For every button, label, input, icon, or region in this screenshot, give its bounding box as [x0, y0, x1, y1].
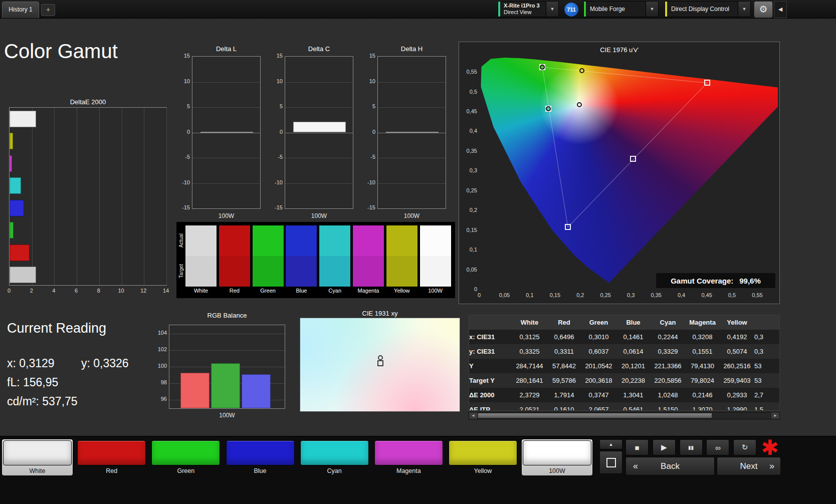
pattern-button-yellow[interactable]: Yellow	[448, 439, 518, 475]
table-cell: 1,3041	[616, 388, 651, 402]
delta-plot	[377, 56, 446, 209]
scrollbar-thumb[interactable]	[478, 413, 712, 418]
table-cell: 0,3125	[512, 330, 547, 344]
table-cell: 0,2244	[651, 330, 685, 344]
x-tick-label: 0	[5, 288, 13, 294]
scroll-left-icon[interactable]: ◄	[469, 412, 477, 419]
measurement-table-panel: WhiteRedGreenBlueCyanMagentaYellowx: CIE…	[469, 315, 780, 411]
column-header	[469, 315, 512, 330]
swatch-target-blue	[286, 256, 317, 287]
pattern-button-magenta[interactable]: Magenta	[373, 439, 444, 475]
column-header: Cyan	[651, 315, 685, 330]
deltae-bar-red	[10, 244, 30, 261]
stop-button[interactable]: ■	[625, 439, 649, 455]
table-cell: 0,5461	[616, 402, 651, 411]
x-tick-label: 10	[117, 288, 125, 294]
current-reading-title: Current Reading	[7, 321, 106, 336]
source-dropdown-icon[interactable]: ▼	[646, 2, 658, 17]
gridline	[285, 183, 353, 184]
pattern-button-red[interactable]: Red	[76, 439, 147, 475]
display-control-selector[interactable]: Direct Display Control ▼	[665, 1, 751, 17]
marker-magenta	[630, 156, 636, 162]
gridline	[169, 334, 285, 334]
table-cell: 20,2238	[616, 373, 651, 388]
swatch-target-green	[253, 256, 284, 287]
swatch-label: Red	[216, 288, 253, 294]
y-tick-label: 5	[266, 103, 283, 109]
x-tick-label: 0,55	[747, 292, 767, 298]
loop-button[interactable]: ∞	[706, 439, 729, 455]
back-button[interactable]: « Back	[625, 457, 715, 475]
display-control-name: Direct Display Control	[667, 2, 738, 17]
y-tick-label: 15	[358, 53, 375, 59]
chart-title: DeltaE 2000	[9, 98, 167, 106]
cie1931-chart: CIE 1931 xy	[300, 310, 460, 416]
marker-yellow	[579, 68, 585, 74]
cie1976-plot: 00,050,10,150,20,250,30,350,40,450,50,55…	[479, 55, 778, 290]
column-header: Blue	[616, 315, 651, 330]
column-header: Green	[581, 315, 616, 330]
collapse-panel-icon[interactable]: ◀	[774, 1, 787, 18]
x-axis-label: 100W	[377, 212, 446, 219]
topbar: History 1 + X-Rite i1Pro 3 Direct View ▼…	[0, 0, 836, 19]
pattern-button-green[interactable]: Green	[150, 439, 221, 475]
scroll-right-icon[interactable]: ►	[771, 412, 779, 419]
actual-row-label: Actual	[178, 225, 184, 256]
y-tick-label: 0,25	[459, 187, 477, 193]
pattern-label: 100W	[522, 467, 592, 474]
add-tab-button[interactable]: +	[41, 4, 55, 16]
pattern-button-cyan[interactable]: Cyan	[299, 439, 370, 475]
table-cell: 0,3311	[547, 344, 581, 359]
pause-button[interactable]: ▮▮	[680, 439, 703, 455]
reading-y: y: 0,3326	[81, 357, 129, 370]
deltae-bar-white	[10, 111, 36, 127]
control-dropdown-icon[interactable]: ▼	[738, 2, 750, 17]
measured-circle-icon	[579, 68, 584, 73]
rgb-balance-chart: RGB Balance1041021009896100W	[169, 312, 285, 422]
reading-x: x: 0,3129	[7, 357, 55, 370]
y-tick-label: 15	[266, 53, 283, 59]
y-tick-label: 0,55	[459, 69, 477, 75]
table-cell: 220,5856	[651, 373, 685, 388]
delta-plot	[192, 56, 261, 209]
pattern-button-white[interactable]: White	[2, 439, 73, 475]
back-arrow-icon: «	[633, 461, 638, 471]
meter-dropdown-icon[interactable]: ▼	[546, 2, 558, 17]
target-square-icon	[704, 80, 710, 86]
gridline	[192, 82, 260, 83]
table-scrollbar[interactable]: ◄ ►	[469, 412, 780, 419]
pattern-up-button[interactable]: ▲	[599, 439, 622, 449]
y-tick-label: -15	[266, 204, 283, 210]
pattern-bar: « Back Next » ✱ WhiteRedGreenBlueCyanMag…	[0, 436, 836, 504]
meter-selector[interactable]: X-Rite i1Pro 3 Direct View ▼	[498, 1, 559, 17]
refresh-button[interactable]: ↻	[733, 439, 756, 455]
table-cell: 53	[754, 373, 780, 388]
y-tick-label: 96	[153, 396, 167, 402]
x-axis-label: 100W	[285, 212, 353, 219]
play-button[interactable]: ▶	[653, 439, 676, 455]
gridline	[99, 108, 100, 285]
table-cell: 79,8024	[685, 373, 720, 388]
reading-fl: fL: 156,95	[7, 376, 58, 389]
pattern-button-100w[interactable]: 100W	[522, 439, 592, 475]
table-cell: 280,1641	[512, 373, 547, 388]
source-selector[interactable]: Mobile Forge ▼	[583, 1, 659, 17]
history-tab[interactable]: History 1	[2, 2, 39, 18]
y-tick-label: 0,3	[459, 167, 477, 173]
swatch-target-100w	[420, 256, 451, 287]
x-axis-label: 100W	[192, 212, 261, 219]
measurement-table: WhiteRedGreenBlueCyanMagentaYellowx: CIE…	[469, 315, 780, 411]
next-button[interactable]: Next »	[717, 457, 781, 475]
pattern-button-blue[interactable]: Blue	[225, 439, 296, 475]
x-tick-label: 8	[95, 288, 103, 294]
settings-gear-icon[interactable]: ⚙	[754, 1, 773, 18]
delta-l-chart: Delta L151050-5-10-15100W	[192, 45, 261, 220]
swatch-target-cyan	[319, 256, 350, 287]
table-cell: 0,1610	[547, 402, 581, 411]
window-square-icon	[606, 458, 616, 467]
deltae-bar-yellow	[10, 133, 13, 149]
pattern-swatch	[374, 440, 443, 465]
reading-square-icon	[377, 360, 383, 366]
alert-asterisk-icon[interactable]: ✱	[758, 436, 782, 458]
pattern-window-button[interactable]	[599, 451, 622, 474]
